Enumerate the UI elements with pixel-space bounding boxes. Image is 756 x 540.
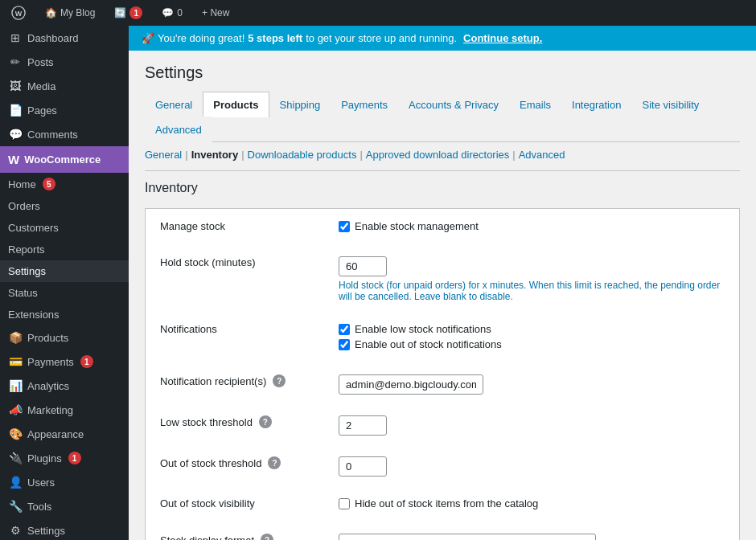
- subnav-general[interactable]: General: [145, 149, 182, 161]
- sidebar-item-settings[interactable]: Settings: [0, 260, 129, 282]
- tab-accounts-privacy[interactable]: Accounts & Privacy: [398, 92, 509, 117]
- sidebar-item-status[interactable]: Status: [0, 282, 129, 304]
- out-of-stock-notification-checkbox[interactable]: [339, 339, 350, 350]
- out-of-stock-threshold-label: Out of stock threshold ?: [147, 447, 324, 486]
- sidebar-item-payments[interactable]: 💳 Payments 1: [0, 350, 129, 374]
- appearance-icon: 🎨: [8, 427, 23, 441]
- admin-bar: W 🏠 My Blog 🔄 1 💬 0 + New: [0, 0, 756, 26]
- tab-integration[interactable]: Integration: [561, 92, 631, 117]
- sidebar-item-appearance[interactable]: 🎨 Appearance: [0, 422, 129, 446]
- sidebar-item-label: Products: [27, 332, 68, 344]
- tab-products[interactable]: Products: [203, 92, 269, 117]
- low-stock-threshold-input[interactable]: [339, 415, 387, 436]
- out-of-stock-visibility-field: Hide out of stock items from the catalog: [326, 488, 738, 522]
- sidebar-item-dashboard[interactable]: ⊞ Dashboard: [0, 26, 129, 50]
- out-of-stock-visibility-row: Out of stock visibility Hide out of stoc…: [147, 488, 738, 522]
- banner-emoji: 🚀: [142, 32, 154, 44]
- sidebar: ⊞ Dashboard ✏ Posts 🖼 Media 📄 Pages 💬 Co…: [0, 26, 129, 540]
- comments-icon: 💬: [8, 127, 23, 141]
- low-stock-threshold-help-icon[interactable]: ?: [259, 415, 272, 428]
- sidebar-item-tools[interactable]: 🔧 Tools: [0, 494, 129, 518]
- plugins-icon: 🔌: [8, 451, 23, 465]
- subnav-approved-dirs[interactable]: Approved download directories: [366, 149, 510, 161]
- comments-button[interactable]: 💬 0: [157, 0, 187, 26]
- sidebar-item-label: Orders: [8, 200, 40, 212]
- sidebar-item-settings-main[interactable]: ⚙ Settings: [0, 518, 129, 540]
- notification-recipients-input[interactable]: [339, 374, 483, 395]
- subnav-downloadable[interactable]: Downloadable products: [248, 149, 357, 161]
- pages-icon: 📄: [8, 103, 23, 117]
- sidebar-item-customers[interactable]: Customers: [0, 217, 129, 239]
- updates-button[interactable]: 🔄 1: [109, 0, 147, 26]
- sidebar-item-plugins[interactable]: 🔌 Plugins 1: [0, 446, 129, 470]
- subnav-inventory: Inventory: [191, 149, 239, 161]
- wp-logo-button[interactable]: W: [6, 0, 31, 26]
- manage-stock-checkbox-label[interactable]: Enable stock management: [355, 220, 479, 232]
- manage-stock-checkbox[interactable]: [339, 221, 350, 232]
- woocommerce-header[interactable]: W WooCommerce: [0, 146, 129, 173]
- banner-bold: 5 steps left: [248, 32, 302, 44]
- site-name-button[interactable]: 🏠 My Blog: [40, 0, 100, 26]
- sidebar-item-analytics[interactable]: 📊 Analytics: [0, 374, 129, 398]
- sidebar-item-users[interactable]: 👤 Users: [0, 470, 129, 494]
- out-of-stock-threshold-input[interactable]: [339, 456, 387, 477]
- sidebar-item-products[interactable]: 📦 Products: [0, 325, 129, 350]
- subnav-advanced[interactable]: Advanced: [519, 149, 565, 161]
- sidebar-item-marketing[interactable]: 📣 Marketing: [0, 398, 129, 422]
- sidebar-item-label: Users: [27, 477, 55, 489]
- low-stock-notification-checkbox[interactable]: [339, 324, 350, 335]
- tab-site-visibility[interactable]: Site visibility: [631, 92, 709, 117]
- sidebar-item-label: Home: [8, 178, 36, 190]
- out-of-stock-threshold-help-icon[interactable]: ?: [268, 456, 281, 469]
- tab-emails[interactable]: Emails: [509, 92, 561, 117]
- notifications-row: Notifications Enable low stock notificat…: [147, 313, 738, 363]
- users-icon: 👤: [8, 475, 23, 489]
- notification-recipients-help-icon[interactable]: ?: [273, 374, 286, 387]
- out-of-stock-notification-label[interactable]: Enable out of stock notifications: [355, 338, 502, 350]
- setup-banner: 🚀 You're doing great! 5 steps left to ge…: [129, 26, 756, 51]
- manage-stock-label: Manage stock: [147, 211, 324, 245]
- sidebar-item-reports[interactable]: Reports: [0, 239, 129, 260]
- sidebar-item-orders[interactable]: Orders: [0, 195, 129, 217]
- sidebar-item-home[interactable]: Home 5: [0, 173, 129, 195]
- sidebar-item-label: Media: [27, 80, 55, 92]
- low-stock-notification-label[interactable]: Enable low stock notifications: [355, 323, 491, 335]
- sidebar-item-posts[interactable]: ✏ Posts: [0, 50, 129, 74]
- payments-icon: 💳: [8, 354, 23, 369]
- low-stock-threshold-row: Low stock threshold ?: [147, 406, 738, 445]
- sidebar-item-label: Extensions: [8, 309, 60, 321]
- tools-icon: 🔧: [8, 499, 23, 513]
- tab-general[interactable]: General: [145, 92, 203, 117]
- sidebar-item-label: Payments: [27, 356, 74, 368]
- banner-text: You're doing great!: [158, 32, 244, 44]
- tab-payments[interactable]: Payments: [331, 92, 398, 117]
- low-stock-threshold-label: Low stock threshold ?: [147, 406, 324, 445]
- analytics-icon: 📊: [8, 378, 23, 393]
- out-of-stock-visibility-checkbox-label[interactable]: Hide out of stock items from the catalog: [355, 497, 538, 509]
- hold-stock-desc: Hold stock (for unpaid orders) for x min…: [339, 280, 725, 302]
- sidebar-item-label: Reports: [8, 243, 45, 256]
- stock-display-format-help-icon[interactable]: ?: [261, 534, 273, 540]
- woo-icon: W: [8, 153, 19, 166]
- stock-display-format-select[interactable]: Always show quantity remaining in stock …: [339, 534, 596, 540]
- inventory-form: Manage stock Enable stock management: [145, 208, 740, 540]
- notifications-field: Enable low stock notifications Enable ou…: [326, 313, 738, 363]
- update-badge: 1: [129, 6, 142, 19]
- sidebar-item-pages[interactable]: 📄 Pages: [0, 98, 129, 122]
- sidebar-item-label: Customers: [8, 222, 59, 234]
- sidebar-item-label: Pages: [27, 104, 57, 117]
- sidebar-item-label: Settings: [27, 525, 65, 537]
- hold-stock-input[interactable]: [339, 256, 387, 276]
- tab-advanced[interactable]: Advanced: [145, 117, 212, 142]
- new-label: + New: [202, 7, 229, 18]
- tab-shipping[interactable]: Shipping: [269, 92, 331, 117]
- new-content-button[interactable]: + New: [197, 0, 234, 26]
- sidebar-item-extensions[interactable]: Extensions: [0, 304, 129, 325]
- sidebar-item-comments[interactable]: 💬 Comments: [0, 122, 129, 146]
- out-of-stock-visibility-checkbox[interactable]: [339, 498, 350, 509]
- sidebar-item-label: Comments: [27, 129, 78, 141]
- banner-link[interactable]: Continue setup.: [463, 32, 542, 44]
- sidebar-item-media[interactable]: 🖼 Media: [0, 74, 129, 98]
- house-icon: 🏠: [45, 7, 57, 18]
- payments-badge: 1: [80, 355, 93, 368]
